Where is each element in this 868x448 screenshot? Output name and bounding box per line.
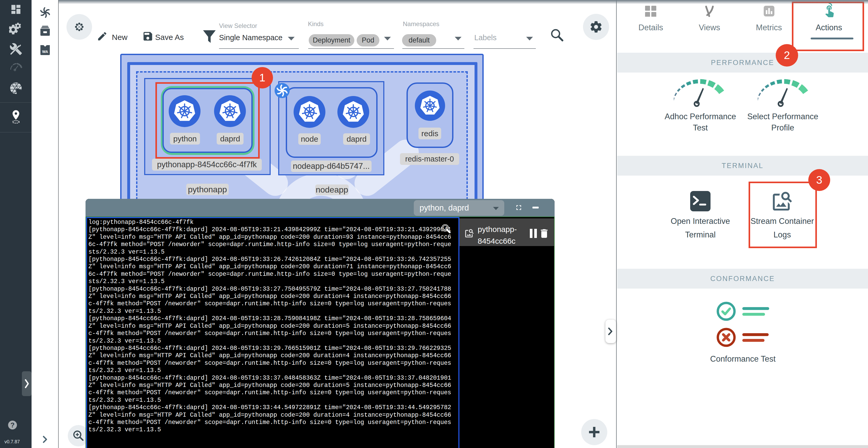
svg-text:WA: WA xyxy=(42,50,48,54)
